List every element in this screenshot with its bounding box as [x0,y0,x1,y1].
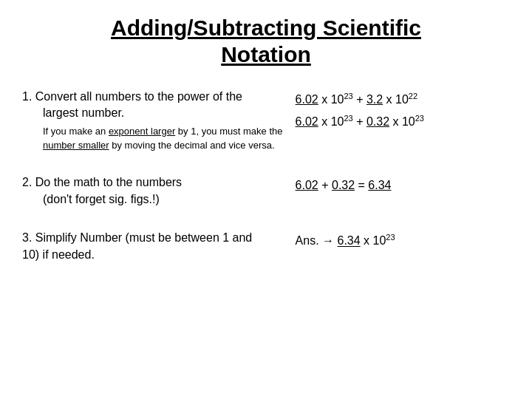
step1-number: 1. [22,90,35,103]
step1-right: 6.02 x 1023 + 3.2 x 1022 6.02 x 1023 + 0… [296,89,510,132]
step2-main: 2. Do the math to the numbers (don't for… [22,174,283,208]
exponent-larger-text: exponent larger [109,126,175,137]
content: 1. Convert all numbers to the power of t… [22,89,510,285]
title-line1: Adding/Subtracting Scientific [22,15,510,41]
math1a: 6.02 x 1023 + 3.2 x 1022 [296,90,510,109]
step3-row: 3. Simplify Number (must be between 1 an… [22,230,510,263]
math3: Ans. → 6.34 x 1023 [296,231,510,250]
step1-indent: largest number. [43,105,283,121]
title-block: Adding/Subtracting Scientific Notation [22,15,510,68]
step3-right: Ans. → 6.34 x 1023 [296,230,510,250]
step2-right: 6.02 + 0.32 = 6.34 [296,174,510,195]
step3-main: 3. Simplify Number (must be between 1 an… [22,230,283,263]
step3-left: 3. Simplify Number (must be between 1 an… [22,230,290,263]
step2-row: 2. Do the math to the numbers (don't for… [22,174,510,208]
step1-text: Convert all numbers to the power of the [35,90,242,103]
math2: 6.02 + 0.32 = 6.34 [296,176,510,195]
step2-indent: (don't forget sig. figs.!) [43,191,283,208]
math1b: 6.02 x 1023 + 0.32 x 1023 [296,112,510,132]
step1-main: 1. Convert all numbers to the power of t… [22,89,283,122]
step1-row: 1. Convert all numbers to the power of t… [22,89,510,152]
step1-left: 1. Convert all numbers to the power of t… [22,89,290,152]
step2-left: 2. Do the math to the numbers (don't for… [22,174,290,208]
step1-subnote: If you make an exponent larger by 1, you… [43,125,283,153]
title-line2: Notation [22,41,510,68]
number-smaller-text: number smaller [43,140,109,151]
